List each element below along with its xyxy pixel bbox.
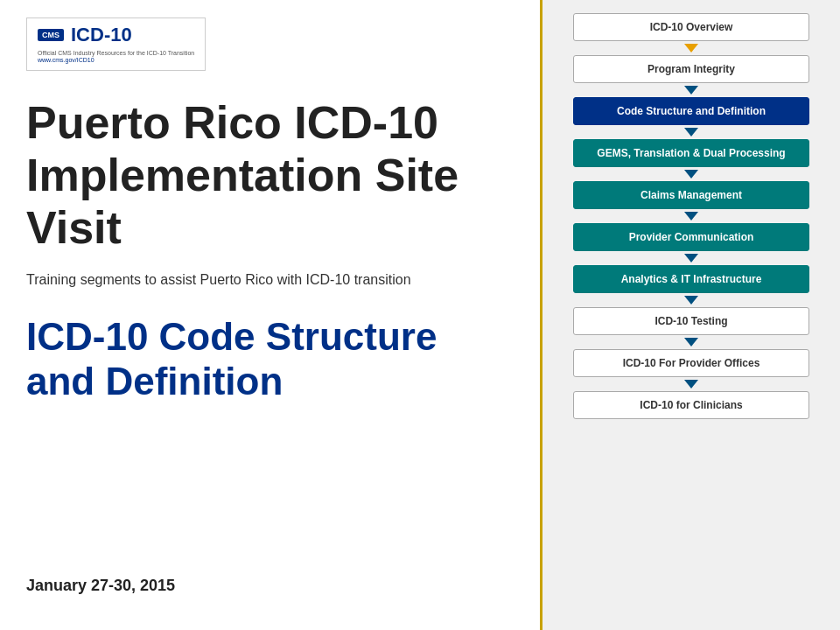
flow-arrow — [684, 296, 698, 304]
cms-badge: CMS — [38, 29, 64, 41]
flow-item: Program Integrity — [560, 55, 822, 97]
flow-item: Claims Management — [560, 181, 822, 223]
logo-area: CMS ICD-10 Official CMS Industry Resourc… — [26, 18, 514, 71]
flow-arrow — [684, 212, 698, 220]
flow-arrow — [684, 128, 698, 136]
flow-item: ICD-10 Testing — [560, 307, 822, 349]
flow-box-claims-management[interactable]: Claims Management — [573, 181, 809, 209]
flow-item: Analytics & IT Infrastructure — [560, 265, 822, 307]
flow-item: Provider Communication — [560, 223, 822, 265]
flow-item: ICD-10 for Clinicians — [560, 391, 822, 419]
flow-arrow — [684, 44, 698, 52]
main-title: Puerto Rico ICD-10 Implementation Site V… — [26, 97, 514, 254]
flow-arrow — [684, 338, 698, 346]
date-text: January 27-30, 2015 — [26, 577, 514, 612]
right-panel: ICD-10 OverviewProgram IntegrityCode Str… — [542, 0, 840, 630]
flow-box-icd-10-for-clinicians[interactable]: ICD-10 for Clinicians — [573, 391, 809, 419]
flow-box-icd-10-testing[interactable]: ICD-10 Testing — [573, 307, 809, 335]
flow-item: ICD-10 Overview — [560, 13, 822, 55]
icd10-sub-text: Official CMS Industry Resources for the … — [38, 50, 194, 56]
flow-box-analytics-&-it-infrastructure[interactable]: Analytics & IT Infrastructure — [573, 265, 809, 293]
flow-box-gems,-translation-&-dual-processing[interactable]: GEMS, Translation & Dual Processing — [573, 139, 809, 167]
cms-logo: CMS ICD-10 — [38, 25, 132, 45]
left-panel: CMS ICD-10 Official CMS Industry Resourc… — [0, 0, 542, 630]
flow-box-icd-10-overview[interactable]: ICD-10 Overview — [573, 13, 809, 41]
logo-box: CMS ICD-10 Official CMS Industry Resourc… — [26, 18, 206, 71]
section-title: ICD-10 Code Structure and Definition — [26, 315, 514, 403]
flow-arrow — [684, 86, 698, 94]
flow-item: Code Structure and Definition — [560, 97, 822, 139]
flow-box-provider-communication[interactable]: Provider Communication — [573, 223, 809, 251]
flow-arrow — [684, 254, 698, 262]
flow-item: GEMS, Translation & Dual Processing — [560, 139, 822, 181]
flow-arrow — [684, 380, 698, 388]
icd10-url: www.cms.gov/ICD10 — [38, 57, 94, 63]
flow-box-icd-10-for-provider-offices[interactable]: ICD-10 For Provider Offices — [573, 349, 809, 377]
icd10-logo-text: ICD-10 — [71, 25, 132, 45]
flow-box-code-structure-and-definition[interactable]: Code Structure and Definition — [573, 97, 809, 125]
flow-box-program-integrity[interactable]: Program Integrity — [573, 55, 809, 83]
flow-arrow — [684, 170, 698, 178]
flow-item: ICD-10 For Provider Offices — [560, 349, 822, 391]
subtitle: Training segments to assist Puerto Rico … — [26, 270, 514, 290]
